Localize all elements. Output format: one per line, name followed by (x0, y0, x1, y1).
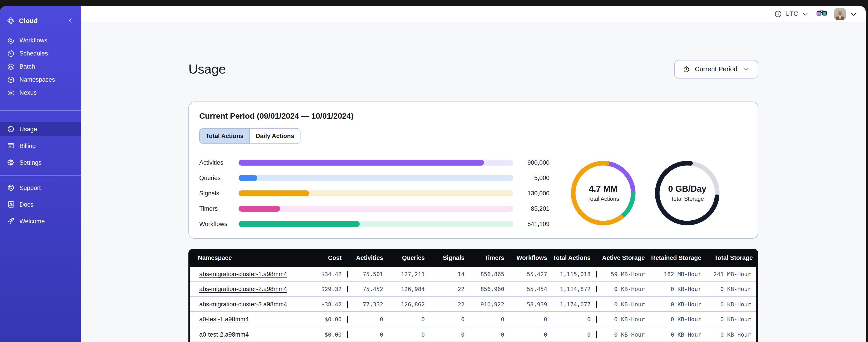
page-content: Usage Current Period Current Period (09/… (81, 22, 866, 342)
table-cell: 14 (430, 271, 470, 277)
user-avatar[interactable] (834, 8, 846, 20)
table-cell: 856,865 (470, 271, 510, 277)
timezone-picker[interactable]: UTC (774, 10, 809, 18)
column-header-activities: Activities (347, 254, 389, 261)
table-cell: 0 (430, 316, 470, 322)
namespace-link[interactable]: a0-test-2.a98mm4 (199, 331, 249, 338)
table-cell: 127,211 (389, 271, 430, 277)
table-cell: 241 MB-Hour (707, 271, 756, 277)
table-cell: 0 (510, 316, 553, 322)
actions-bar-chart: Activities 900,000 Queries 5,000 (199, 159, 550, 228)
sidebar-item-label: Support (20, 184, 41, 191)
namespace-link[interactable]: abs-migration-cluster-2.a98mm4 (199, 285, 287, 293)
app-window: Cloud Workflows Schedules Batch (0, 6, 866, 342)
sidebar-item-workflows[interactable]: Workflows (0, 34, 81, 47)
sidebar-item-billing[interactable]: Billing (0, 139, 81, 152)
gear-icon (7, 158, 15, 167)
namespace-link[interactable]: a0-test-1.a98mm4 (199, 316, 249, 322)
sidebar-item-settings[interactable]: Settings (0, 156, 81, 169)
sidebar-item-namespaces[interactable]: Namespaces (0, 73, 81, 86)
book-icon (7, 200, 15, 208)
table-cell: 0 (510, 331, 553, 338)
sidebar-item-support[interactable]: Support (0, 181, 81, 195)
billing-card-icon (7, 142, 15, 150)
sidebar-item-welcome[interactable]: Welcome (0, 214, 81, 228)
bar-row-workflows: Workflows 541,109 (199, 220, 550, 228)
table-cell: 0 KB-Hour (707, 316, 756, 322)
tab-daily-actions[interactable]: Daily Actions (249, 129, 300, 143)
stopwatch-icon (682, 65, 690, 73)
sidebar-collapse-button[interactable] (66, 17, 74, 25)
namespaces-icon (7, 76, 15, 84)
bar-label: Signals (199, 190, 239, 197)
table-cell: $38.42 (315, 301, 347, 307)
table-row: abs-migration-cluster-1.a98mm4$34.4275,5… (190, 267, 756, 281)
table-cell: 55,454 (510, 285, 553, 293)
sidebar-item-docs[interactable]: Docs (0, 198, 81, 211)
total-storage-donut: 0 GB/Day Total Storage (653, 160, 721, 227)
bar-track (239, 160, 513, 166)
sidebar-item-usage[interactable]: Usage (0, 122, 81, 136)
clock-icon (774, 10, 782, 18)
bar-fill (239, 221, 360, 227)
column-header-signals: Signals (430, 254, 470, 261)
table-row: a0-test-1.a98mm4$0.000000000 KB-Hour0 KB… (190, 312, 756, 327)
namespace-cell: abs-migration-cluster-1.a98mm4 (190, 271, 315, 277)
sidebar-item-label: Schedules (20, 50, 48, 57)
table-cell: 0 (553, 331, 596, 338)
sidebar-item-batch[interactable]: Batch (0, 60, 81, 73)
table-cell: 75,452 (347, 285, 389, 293)
brand-label: Cloud (19, 17, 38, 24)
usage-gauge-icon (7, 125, 15, 133)
lifebuoy-icon (7, 184, 15, 192)
total-storage-label: Total Storage (671, 196, 704, 202)
table-cell: 75,501 (347, 271, 389, 277)
nexus-icon (7, 89, 15, 97)
bar-track (239, 191, 513, 196)
column-header-total-storage: Total Storage (707, 254, 758, 261)
table-body: abs-migration-cluster-1.a98mm4$34.4275,5… (188, 267, 758, 342)
namespace-cell: a0-test-1.a98mm4 (190, 316, 315, 322)
table-cell: 0 (470, 316, 510, 322)
sidebar-nav-help: Support Docs Welcome (0, 181, 81, 228)
sidebar-item-nexus[interactable]: Nexus (0, 86, 81, 99)
sidebar-item-label: Nexus (20, 89, 37, 96)
namespace-link[interactable]: abs-migration-cluster-1.a98mm4 (199, 271, 287, 277)
schedules-icon (7, 49, 15, 58)
tab-total-actions[interactable]: Total Actions (200, 129, 249, 143)
table-cell: 0 KB-Hour (707, 285, 756, 293)
column-header-queries: Queries (389, 254, 430, 261)
sidebar-item-label: Docs (20, 201, 33, 208)
sidebar-item-label: Workflows (20, 37, 48, 44)
rocket-icon (7, 217, 15, 225)
namespace-cell: abs-migration-cluster-3.a98mm4 (190, 301, 315, 307)
sidebar-item-label: Batch (20, 63, 35, 70)
namespace-link[interactable]: abs-migration-cluster-3.a98mm4 (199, 301, 287, 307)
sidebar-item-label: Billing (20, 142, 36, 149)
account-menu[interactable] (834, 8, 858, 20)
batch-icon (7, 63, 15, 71)
sidebar-item-schedules[interactable]: Schedules (0, 47, 81, 60)
chevron-left-icon (66, 17, 74, 25)
table-cell: 22 (430, 285, 470, 293)
total-storage-value: 0 GB/Day (668, 184, 707, 194)
sidebar-brand: Cloud (0, 13, 81, 28)
table-cell: 58,939 (510, 301, 553, 307)
table-cell: 0 KB-Hour (596, 285, 650, 293)
page-title: Usage (188, 62, 226, 77)
screen: Cloud Workflows Schedules Batch (0, 0, 868, 342)
period-button-label: Current Period (695, 66, 737, 73)
namespace-cell: a0-test-2.a98mm4 (190, 331, 315, 338)
temporal-logo-icon (7, 17, 15, 25)
workflows-icon (7, 36, 15, 44)
table-cell: $0.00 (315, 331, 347, 338)
bar-track (239, 175, 513, 181)
table-cell: 0 KB-Hour (596, 331, 650, 338)
chevron-down-icon (742, 65, 750, 73)
chevron-down-icon (849, 10, 858, 18)
table-cell: 0 (470, 331, 510, 338)
bar-value: 85,201 (513, 205, 550, 212)
feedback-button[interactable] (816, 9, 827, 18)
table-cell: 910,922 (470, 301, 510, 307)
period-select-button[interactable]: Current Period (674, 60, 758, 78)
